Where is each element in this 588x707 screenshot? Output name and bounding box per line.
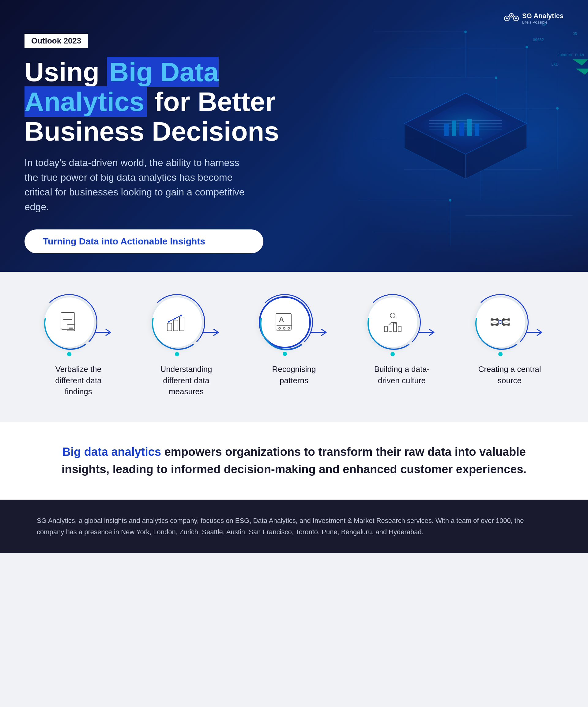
- process-label-5: Creating a central source: [476, 364, 543, 386]
- svg-point-15: [464, 31, 467, 33]
- quote-text: Big data analytics empowers organization…: [49, 443, 539, 478]
- process-label-4: Building a data-driven culture: [368, 364, 436, 386]
- quote-accent: Big data analytics: [62, 445, 161, 458]
- outlook-badge: Outlook 2023: [25, 34, 88, 48]
- footer-text: SG Analytics, a global insights and anal…: [37, 515, 551, 538]
- process-circle-2: [151, 296, 203, 348]
- process-label-1: Verbalize the different data findings: [45, 364, 112, 397]
- process-item-building: Building a data-driven culture: [348, 296, 456, 386]
- svg-point-17: [495, 76, 497, 79]
- svg-point-75: [261, 298, 312, 349]
- svg-rect-25: [444, 124, 449, 136]
- process-icon-area-4: [348, 296, 456, 348]
- hero-title-before: Using: [25, 57, 107, 87]
- arrow-5-end: [526, 326, 545, 338]
- arrow-1: [95, 326, 114, 338]
- process-flow: Verbalize the different data findings: [25, 296, 563, 397]
- logo-tagline: Life's Possible: [522, 20, 563, 25]
- process-icon-area-5: [456, 296, 563, 348]
- svg-point-16: [525, 46, 528, 48]
- svg-point-57: [515, 18, 517, 19]
- quote-section: Big data analytics empowers organization…: [0, 422, 588, 500]
- teal-arc-3: [259, 296, 314, 351]
- process-item-verbalize: Verbalize the different data findings: [25, 296, 132, 397]
- svg-point-55: [506, 18, 508, 19]
- process-icon-area-1: [25, 296, 132, 348]
- svg-text:ON: ON: [573, 32, 577, 36]
- process-item-recognising: A Recognising patterns: [240, 296, 348, 386]
- process-circle-1: [43, 296, 95, 348]
- svg-text:EXE: EXE: [551, 62, 558, 66]
- footer-section: SG Analytics, a global insights and anal…: [0, 500, 588, 553]
- teal-arc-2: [151, 296, 206, 351]
- hero-section: ONON 00632 CURRENT PLAN EXE: [0, 0, 588, 272]
- svg-rect-29: [475, 124, 479, 136]
- svg-point-88: [476, 298, 527, 349]
- hero-cta-label: Turning Data into Actionable Insights: [43, 236, 205, 246]
- svg-point-82: [368, 298, 420, 349]
- process-section: Verbalize the different data findings: [0, 272, 588, 422]
- svg-text:CURRENT PLAN: CURRENT PLAN: [557, 53, 584, 57]
- svg-point-18: [556, 107, 559, 110]
- logo-text-block: SG Analytics Life's Possible: [522, 12, 563, 24]
- svg-rect-26: [452, 121, 456, 136]
- logo-container: SG Analytics Life's Possible: [504, 12, 563, 25]
- svg-point-56: [511, 15, 512, 16]
- process-circle-4: [367, 296, 419, 348]
- hero-bg-graphic: [312, 0, 588, 272]
- hero-subtitle: In today's data-driven world, the abilit…: [25, 155, 245, 214]
- hero-title: Using Big Data Analytics for Better Busi…: [25, 57, 300, 146]
- arrow-4: [419, 326, 437, 338]
- process-circle-5: [474, 296, 526, 348]
- process-icon-area-2: [132, 296, 240, 348]
- process-label-2: Understanding different data measures: [152, 364, 220, 397]
- process-item-creating: Creating a central source: [456, 296, 563, 386]
- svg-point-60: [45, 298, 96, 349]
- svg-point-19: [480, 138, 482, 140]
- process-circle-3: A: [259, 296, 311, 348]
- hero-cta-button[interactable]: Turning Data into Actionable Insights: [25, 229, 264, 253]
- svg-rect-27: [459, 122, 464, 136]
- teal-arc-1: [43, 296, 98, 351]
- process-item-understanding: Understanding different data measures: [132, 296, 240, 397]
- teal-arc-5: [474, 296, 529, 351]
- process-icon-area-3: A: [240, 296, 348, 348]
- logo-name: SG Analytics: [522, 12, 563, 20]
- svg-point-68: [152, 298, 204, 349]
- svg-text:00632: 00632: [533, 38, 544, 42]
- logo-area: SG Analytics Life's Possible: [25, 12, 563, 25]
- svg-point-20: [449, 199, 451, 202]
- svg-rect-28: [467, 119, 472, 136]
- arrow-2: [203, 326, 221, 338]
- hero-circuit-graphic: ONON 00632 CURRENT PLAN EXE: [343, 0, 588, 272]
- process-label-3: Recognising patterns: [260, 364, 328, 386]
- sga-logo-icon: [504, 12, 519, 25]
- teal-arc-4: [366, 296, 421, 351]
